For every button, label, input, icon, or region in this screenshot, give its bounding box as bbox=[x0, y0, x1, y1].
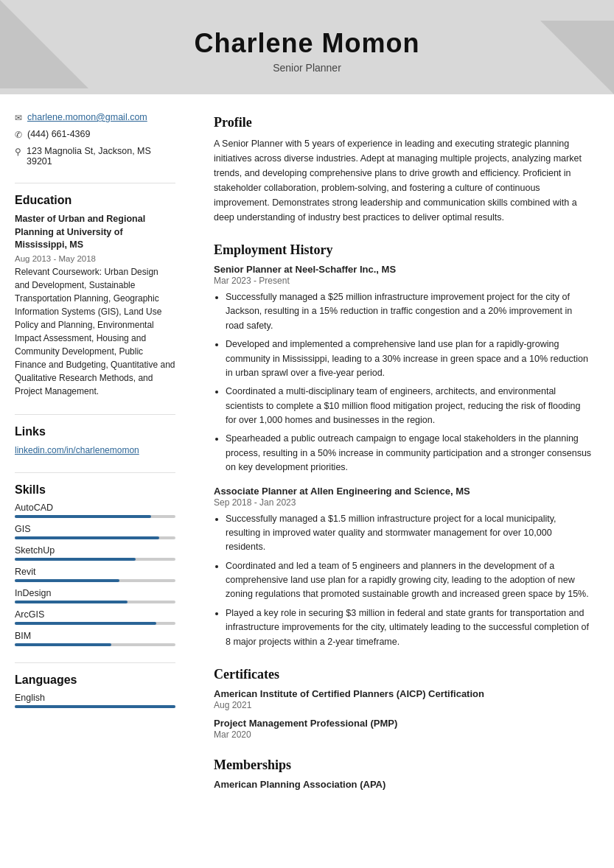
job-1-title: Senior Planner at Neel-Schaffer Inc., MS bbox=[214, 264, 592, 275]
skill-arcgis: ArcGIS bbox=[15, 609, 175, 625]
contact-address: ⚲ 123 Magnolia St, Jackson, MS 39201 bbox=[15, 146, 175, 167]
list-item: Developed and implemented a comprehensiv… bbox=[226, 337, 592, 380]
resume-header: Charlene Momon Senior Planner bbox=[0, 0, 614, 94]
languages-section: Languages English bbox=[15, 673, 175, 708]
list-item: Coordinated and led a team of 5 engineer… bbox=[226, 559, 592, 602]
list-item: Successfully managed a $1.5 million infr… bbox=[226, 512, 592, 555]
contact-phone: ✆ (444) 661-4369 bbox=[15, 129, 175, 140]
links-heading: Links bbox=[15, 425, 175, 438]
languages-heading: Languages bbox=[15, 673, 175, 687]
skill-bim: BIM bbox=[15, 631, 175, 646]
cert-1-date: Aug 2021 bbox=[214, 700, 592, 710]
cert-1: American Institute of Certified Planners… bbox=[214, 688, 592, 710]
candidate-name: Charlene Momon bbox=[15, 28, 599, 59]
memberships-heading: Memberships bbox=[214, 757, 592, 773]
job-2-bullets: Successfully managed a $1.5 million infr… bbox=[226, 512, 592, 649]
email-icon: ✉ bbox=[15, 113, 22, 123]
phone-icon: ✆ bbox=[15, 130, 22, 140]
candidate-title: Senior Planner bbox=[15, 62, 599, 74]
contact-section: ✉ charlene.momon@gmail.com ✆ (444) 661-4… bbox=[15, 112, 175, 167]
certificates-heading: Certificates bbox=[214, 667, 592, 682]
memberships-section: Memberships American Planning Associatio… bbox=[214, 757, 592, 790]
cert-2-date: Mar 2020 bbox=[214, 729, 592, 740]
job-1: Senior Planner at Neel-Schaffer Inc., MS… bbox=[214, 264, 592, 475]
education-section: Education Master of Urban and Regional P… bbox=[15, 194, 175, 398]
membership-1-name: American Planning Association (APA) bbox=[214, 779, 592, 790]
linkedin-link[interactable]: linkedin.com/in/charlenemomon bbox=[15, 445, 139, 455]
employment-heading: Employment History bbox=[214, 242, 592, 258]
skill-indesign: InDesign bbox=[15, 588, 175, 603]
education-heading: Education bbox=[15, 194, 175, 207]
list-item: Played a key role in securing $3 million… bbox=[226, 606, 592, 649]
list-item: Spearheaded a public outreach campaign t… bbox=[226, 432, 592, 475]
membership-1: American Planning Association (APA) bbox=[214, 779, 592, 790]
location-icon: ⚲ bbox=[15, 147, 21, 157]
resume-layout: ✉ charlene.momon@gmail.com ✆ (444) 661-4… bbox=[0, 94, 614, 868]
divider-contact bbox=[15, 183, 175, 183]
cert-1-name: American Institute of Certified Planners… bbox=[214, 688, 592, 699]
divider-education bbox=[15, 414, 175, 415]
language-english: English bbox=[15, 693, 175, 708]
edu-dates: Aug 2013 - May 2018 bbox=[15, 254, 175, 263]
certificates-section: Certificates American Institute of Certi… bbox=[214, 667, 592, 740]
edu-degree: Master of Urban and Regional Planning at… bbox=[15, 213, 175, 252]
cert-2: Project Management Professional (PMP) Ma… bbox=[214, 718, 592, 740]
job-1-dates: Mar 2023 - Present bbox=[214, 276, 592, 286]
job-2-title: Associate Planner at Allen Engineering a… bbox=[214, 486, 592, 497]
coursework-label: Relevant Coursework: bbox=[15, 267, 102, 277]
coursework-text: Urban Design and Development, Sustainabl… bbox=[15, 267, 175, 396]
skills-section: Skills AutoCAD GIS SketchUp Revit InDesi… bbox=[15, 483, 175, 646]
address-text: 123 Magnolia St, Jackson, MS 39201 bbox=[27, 146, 175, 167]
divider-links bbox=[15, 472, 175, 473]
profile-text: A Senior Planner with 5 years of experie… bbox=[214, 136, 592, 225]
job-2: Associate Planner at Allen Engineering a… bbox=[214, 486, 592, 649]
main-content: Profile A Senior Planner with 5 years of… bbox=[190, 94, 614, 868]
sidebar: ✉ charlene.momon@gmail.com ✆ (444) 661-4… bbox=[0, 94, 190, 868]
skill-autocad: AutoCAD bbox=[15, 503, 175, 518]
divider-skills bbox=[15, 662, 175, 663]
job-1-bullets: Successfully managed a $25 million infra… bbox=[226, 290, 592, 475]
skill-gis: GIS bbox=[15, 524, 175, 539]
links-section: Links linkedin.com/in/charlenemomon bbox=[15, 425, 175, 456]
skills-heading: Skills bbox=[15, 483, 175, 497]
cert-2-name: Project Management Professional (PMP) bbox=[214, 718, 592, 729]
phone-number: (444) 661-4369 bbox=[27, 129, 90, 139]
edu-coursework: Relevant Coursework: Urban Design and De… bbox=[15, 265, 175, 398]
skill-revit: Revit bbox=[15, 567, 175, 582]
job-2-dates: Sep 2018 - Jan 2023 bbox=[214, 497, 592, 508]
employment-section: Employment History Senior Planner at Nee… bbox=[214, 242, 592, 649]
profile-section: Profile A Senior Planner with 5 years of… bbox=[214, 115, 592, 225]
list-item: Coordinated a multi-disciplinary team of… bbox=[226, 385, 592, 427]
contact-email: ✉ charlene.momon@gmail.com bbox=[15, 112, 175, 123]
profile-heading: Profile bbox=[214, 115, 592, 130]
email-link[interactable]: charlene.momon@gmail.com bbox=[27, 112, 147, 122]
skill-sketchup: SketchUp bbox=[15, 545, 175, 561]
list-item: Successfully managed a $25 million infra… bbox=[226, 290, 592, 333]
